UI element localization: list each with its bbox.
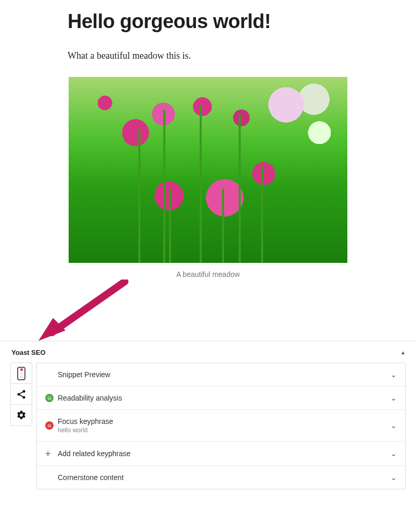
post-body-text[interactable]: What a beautiful meadow this is. [68, 50, 348, 61]
panel-focus-keyphrase[interactable]: Focus keyphrase hello world ⌄ [37, 410, 405, 442]
tab-social[interactable] [11, 384, 32, 405]
share-icon [16, 389, 27, 400]
svg-point-2 [18, 393, 20, 395]
panel-snippet-preview[interactable]: Snippet Preview ⌄ [37, 363, 405, 387]
metabox-tab-rail [10, 363, 32, 426]
chevron-down-icon: ⌄ [391, 370, 397, 379]
panel-readability-analysis[interactable]: Readability analysis ⌄ [37, 387, 405, 410]
image-block[interactable]: A beautiful meadow [68, 77, 348, 278]
yoast-metabox: Yoast SEO ▲ [0, 341, 416, 498]
post-title[interactable]: Hello gorgeous world! [68, 10, 348, 33]
annotation-arrow-wrap [0, 284, 416, 341]
panel-label: Cornerstone content [58, 473, 391, 482]
meadow-image[interactable] [69, 77, 347, 263]
annotation-arrow-icon [36, 280, 140, 347]
status-good-icon [45, 394, 54, 402]
metabox-collapse-caret-icon[interactable]: ▲ [400, 350, 406, 355]
panel-add-related-keyphrase[interactable]: + Add related keyphrase ⌄ [37, 442, 405, 466]
svg-point-9 [48, 424, 49, 425]
metabox-body: Snippet Preview ⌄ Readability analysis ⌄ [10, 363, 406, 489]
svg-line-5 [20, 392, 23, 393]
svg-line-6 [20, 395, 23, 396]
chevron-down-icon: ⌄ [391, 449, 397, 458]
tab-advanced[interactable] [11, 405, 32, 425]
traffic-light-icon [17, 367, 25, 380]
panel-label: Snippet Preview [58, 370, 391, 379]
image-caption[interactable]: A beautiful meadow [68, 270, 348, 278]
gear-icon [16, 410, 27, 420]
svg-point-8 [50, 396, 51, 397]
svg-marker-1 [38, 318, 66, 341]
svg-point-3 [23, 390, 25, 392]
svg-point-10 [50, 424, 51, 425]
svg-point-7 [48, 396, 49, 397]
metabox-panel-list: Snippet Preview ⌄ Readability analysis ⌄ [36, 363, 406, 489]
panel-label: Focus keyphrase [58, 417, 391, 425]
chevron-down-icon: ⌄ [391, 473, 397, 482]
focus-keyphrase-value: hello world [58, 427, 391, 434]
chevron-down-icon: ⌄ [391, 394, 397, 402]
svg-point-4 [23, 396, 25, 398]
editor-content: Hello gorgeous world! What a beautiful m… [0, 0, 416, 284]
panel-label: Readability analysis [58, 394, 391, 402]
panel-label: Add related keyphrase [58, 449, 391, 458]
status-bad-icon [45, 421, 54, 430]
svg-line-0 [52, 282, 125, 332]
panel-cornerstone-content[interactable]: Cornerstone content ⌄ [37, 466, 405, 489]
tab-content-analysis[interactable] [11, 363, 32, 384]
metabox-title: Yoast SEO [11, 349, 46, 356]
chevron-down-icon: ⌄ [391, 421, 397, 430]
plus-icon: + [45, 449, 51, 458]
